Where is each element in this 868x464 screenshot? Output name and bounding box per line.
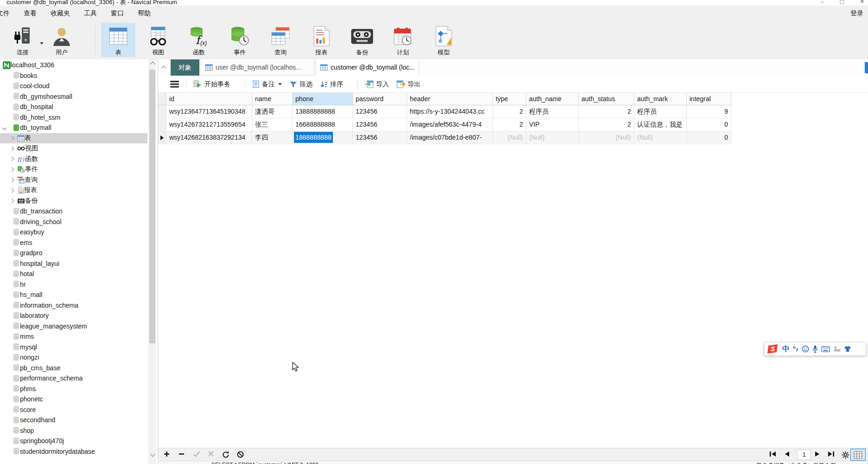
sidebar-item-db_hotel_ssm[interactable]: db_hotel_ssm bbox=[0, 112, 147, 123]
grid-view-button[interactable] bbox=[850, 449, 866, 461]
cell-name[interactable]: 李四 bbox=[252, 131, 293, 144]
column-header-auth_mark[interactable]: auth_mark bbox=[634, 93, 687, 105]
cell-auth_mark[interactable]: (Null) bbox=[634, 131, 687, 144]
keyboard-icon[interactable] bbox=[821, 346, 830, 352]
toolbar-button-事件[interactable]: 事件 bbox=[223, 23, 257, 57]
toolbar-button-查询[interactable]: 查询 bbox=[263, 23, 298, 57]
delete-record-button[interactable] bbox=[179, 451, 185, 457]
column-header-auth_name[interactable]: auth_name bbox=[526, 93, 579, 105]
cell-integral[interactable]: 0 bbox=[687, 131, 731, 144]
cell-auth_mark[interactable]: 认证信息，我是 bbox=[634, 118, 687, 131]
toolbar-button-备份[interactable]: 备份 bbox=[345, 23, 379, 57]
column-header-id[interactable]: id bbox=[166, 93, 252, 105]
sidebar-item-studentdormitorydatabase[interactable]: studentdormitorydatabase bbox=[0, 446, 147, 457]
cell-auth_name[interactable]: (Null) bbox=[526, 131, 579, 144]
first-page-button[interactable] bbox=[769, 451, 776, 457]
microphone-icon[interactable] bbox=[812, 345, 818, 353]
table-toolbar-开始事务[interactable]: 开始事务 bbox=[193, 80, 230, 89]
sidebar-item-hr[interactable]: hr bbox=[0, 279, 147, 290]
tab-overflow-indicator[interactable] bbox=[865, 62, 868, 73]
cell-name[interactable]: 张三 bbox=[252, 118, 293, 131]
sidebar-item-localhost_3306[interactable]: localhost_3306 bbox=[0, 60, 147, 71]
scrollbar-thumb[interactable] bbox=[149, 70, 155, 343]
sidebar-item-事件[interactable]: 事件 bbox=[0, 164, 147, 175]
toolbar-button-视图[interactable]: 视图 bbox=[141, 23, 175, 57]
menu-item-4[interactable]: 工具 bbox=[77, 6, 104, 21]
cell-auth_name[interactable]: 程序员 bbox=[526, 105, 579, 118]
chevron-down-icon[interactable] bbox=[40, 42, 44, 45]
sidebar-item-hs_mall[interactable]: hs_mall bbox=[0, 290, 147, 300]
cell-id[interactable]: wsy142673212713559654 bbox=[166, 118, 252, 131]
skin-icon[interactable] bbox=[844, 346, 851, 352]
cell-password[interactable]: 123456 bbox=[353, 105, 407, 118]
cell-integral[interactable]: 9 bbox=[687, 105, 731, 118]
emoji-icon[interactable] bbox=[802, 345, 809, 353]
sogou-logo[interactable]: S bbox=[767, 344, 779, 354]
sidebar-item-mms[interactable]: mms bbox=[0, 331, 147, 342]
last-page-button[interactable] bbox=[828, 451, 835, 457]
cell-password[interactable]: 123456 bbox=[353, 118, 407, 131]
discard-changes-button[interactable] bbox=[208, 451, 214, 457]
cell-auth_name[interactable]: VIP bbox=[526, 118, 579, 131]
cell-password[interactable]: 123456 bbox=[353, 131, 407, 144]
scroll-down-icon[interactable] bbox=[148, 451, 156, 458]
sidebar-item-hospital_layui[interactable]: hospital_layui bbox=[0, 258, 147, 269]
sidebar-item-league_managesystem[interactable]: league_managesystem bbox=[0, 321, 147, 332]
cell-header[interactable]: https://s-y-1304244043.cc bbox=[407, 105, 493, 118]
sidebar-item-phms[interactable]: phms bbox=[0, 384, 147, 394]
toolbar-button-用户[interactable]: 用户 bbox=[45, 23, 79, 57]
cell-id[interactable]: wsy123647713645190348 bbox=[166, 105, 252, 118]
add-record-button[interactable] bbox=[164, 451, 170, 457]
cell-phone[interactable]: 13888888888 bbox=[293, 105, 353, 118]
table-toolbar-排序[interactable]: 排序 bbox=[320, 80, 343, 89]
table-toolbar-导出[interactable]: 导出 bbox=[396, 80, 421, 89]
menu-item-2[interactable]: 查看 bbox=[17, 6, 44, 21]
refresh-button[interactable] bbox=[222, 451, 230, 458]
apply-changes-button[interactable] bbox=[193, 451, 200, 457]
column-header-name[interactable]: name bbox=[252, 93, 293, 105]
sidebar-item-db_hospital[interactable]: db_hospital bbox=[0, 102, 147, 112]
sidebar-item-函数[interactable]: f()函数 bbox=[0, 154, 147, 165]
sidebar-item-information_schema[interactable]: information_schema bbox=[0, 300, 147, 311]
minimize-button[interactable]: – bbox=[821, 0, 823, 5]
row-marker-cell[interactable] bbox=[158, 105, 166, 118]
cell-auth_mark[interactable]: 程序员 bbox=[634, 105, 687, 118]
chevron-right-icon[interactable] bbox=[10, 178, 14, 182]
chevron-down-icon[interactable] bbox=[278, 83, 282, 85]
sidebar-item-db_gymshoesmall[interactable]: db_gymshoesmall bbox=[0, 91, 147, 102]
sidebar-item-secondhand[interactable]: secondhand bbox=[0, 415, 147, 425]
cell-header[interactable]: /images/afef563c-4479-4 bbox=[407, 118, 493, 131]
cell-type[interactable]: 2 bbox=[493, 105, 526, 118]
page-number-box[interactable]: 1 bbox=[797, 450, 811, 460]
cell-auth_status[interactable]: 2 bbox=[579, 105, 634, 118]
chevron-down-icon[interactable] bbox=[2, 126, 7, 130]
cell-type[interactable]: 2 bbox=[493, 118, 526, 131]
sidebar-item-视图[interactable]: 视图 bbox=[0, 143, 147, 154]
menu-item-1[interactable]: 文件 bbox=[0, 6, 17, 21]
table-toolbar-筛选[interactable]: 筛选 bbox=[289, 80, 313, 89]
collapse-tabs-icon[interactable] bbox=[162, 66, 166, 70]
sidebar-item-mysql[interactable]: mysql bbox=[0, 342, 147, 353]
table-toolbar-导入[interactable]: 导入 bbox=[365, 80, 389, 89]
chevron-right-icon[interactable] bbox=[10, 136, 14, 141]
column-header-password[interactable]: password bbox=[353, 93, 407, 105]
profile-icon[interactable]: 12 bbox=[833, 346, 841, 352]
tab-objects[interactable]: 对象 bbox=[171, 59, 199, 76]
column-header-type[interactable]: type bbox=[493, 93, 526, 105]
next-page-button[interactable] bbox=[815, 451, 820, 457]
column-header-auth_status[interactable]: auth_status bbox=[579, 93, 634, 105]
sidebar-item-easybuy[interactable]: easybuy bbox=[0, 227, 147, 238]
sidebar-item-performance_schema[interactable]: performance_schema bbox=[0, 373, 147, 384]
sidebar-item-hotal[interactable]: hotal bbox=[0, 269, 147, 279]
menu-item-3[interactable]: 收藏夹 bbox=[44, 6, 77, 21]
chevron-right-icon[interactable] bbox=[10, 199, 14, 203]
column-header-header[interactable]: header bbox=[407, 93, 493, 105]
chevron-right-icon[interactable] bbox=[10, 157, 14, 161]
sidebar-item-ems[interactable]: ems bbox=[0, 238, 147, 248]
cell-type[interactable]: (Null) bbox=[493, 131, 526, 144]
sidebar-item-laboratory[interactable]: laboratory bbox=[0, 310, 147, 321]
cell-auth_status[interactable]: (Null) bbox=[579, 131, 634, 144]
sidebar-item-shop[interactable]: shop bbox=[0, 425, 147, 436]
toolbar-button-函数[interactable]: f(x)函数 bbox=[182, 23, 216, 57]
sidebar-item-查询[interactable]: 查询 bbox=[0, 175, 147, 186]
